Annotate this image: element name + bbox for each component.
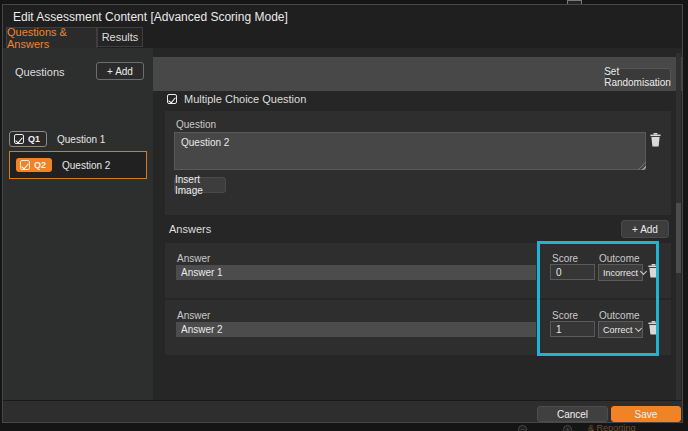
- scrollbar-track[interactable]: [676, 53, 681, 400]
- add-question-button[interactable]: + Add: [96, 62, 144, 80]
- q2-badge-label: Q2: [34, 160, 46, 170]
- edit-assessment-dialog: Edit Assessment Content [Advanced Scorin…: [2, 4, 683, 423]
- question-section: Question Question 2 Insert Image: [165, 111, 671, 215]
- screen: − + & Reporting Edit Assessment Content …: [0, 0, 688, 431]
- answer-1-input[interactable]: [176, 265, 536, 280]
- tab-results[interactable]: Results: [97, 27, 143, 47]
- delete-question-icon[interactable]: [650, 133, 661, 147]
- answer-row-2: Answer Score Outcome Correct: [165, 300, 671, 355]
- answer-2-outcome-select[interactable]: Correct: [598, 321, 643, 338]
- delete-answer-2-icon[interactable]: [648, 321, 659, 335]
- outcome-label: Outcome: [599, 253, 640, 264]
- q2-checkbox-icon[interactable]: [20, 160, 30, 170]
- editor-toolbar: Set Randomisation: [153, 57, 682, 91]
- answer-row-1: Answer Score Outcome Incorrect: [165, 243, 671, 298]
- outcome-label: Outcome: [599, 310, 640, 321]
- answers-heading: Answers: [169, 223, 211, 235]
- cancel-button[interactable]: Cancel: [537, 406, 608, 422]
- chevron-down-icon: [634, 325, 641, 332]
- tab-questions-answers[interactable]: Questions & Answers: [6, 27, 97, 48]
- answer-1-outcome-value: Incorrect: [603, 268, 638, 278]
- answer-2-score-input[interactable]: [550, 321, 595, 337]
- delete-answer-1-icon[interactable]: [648, 264, 659, 278]
- questions-sidebar: Questions + Add Q1 Question 1 Q2 Questio…: [3, 48, 153, 400]
- set-randomisation-button[interactable]: Set Randomisation: [604, 68, 671, 85]
- background-reporting-text: & Reporting: [588, 423, 636, 431]
- add-answer-button[interactable]: + Add: [621, 220, 669, 238]
- questions-heading: Questions: [15, 66, 65, 78]
- question-list-item-q2[interactable]: Q2 Question 2: [9, 151, 147, 179]
- answer-1-score-input[interactable]: [550, 264, 595, 280]
- mcq-label: Multiple Choice Question: [184, 93, 306, 105]
- score-label: Score: [552, 310, 578, 321]
- zoom-out-icon: −: [518, 425, 527, 431]
- q1-checkbox-icon[interactable]: [14, 134, 24, 144]
- question-label: Question: [176, 119, 216, 130]
- answer-label: Answer: [177, 310, 210, 321]
- answer-1-outcome-select[interactable]: Incorrect: [598, 264, 643, 281]
- question-list-item-q1[interactable]: Q1 Question 1: [9, 128, 147, 150]
- insert-image-button[interactable]: Insert Image: [174, 177, 226, 193]
- mcq-checkbox[interactable]: [167, 94, 177, 104]
- q1-badge[interactable]: Q1: [9, 131, 47, 147]
- save-button[interactable]: Save: [611, 406, 681, 422]
- question-textarea[interactable]: Question 2: [174, 132, 646, 170]
- mcq-toggle-row: Multiple Choice Question: [167, 93, 306, 105]
- answer-2-outcome-value: Correct: [603, 325, 633, 335]
- q1-badge-label: Q1: [28, 134, 40, 144]
- scrollbar-thumb[interactable]: [676, 203, 681, 273]
- dialog-title: Edit Assessment Content [Advanced Scorin…: [13, 10, 288, 24]
- zoom-in-icon: +: [563, 425, 572, 431]
- q1-label: Question 1: [57, 134, 105, 145]
- score-label: Score: [552, 253, 578, 264]
- chevron-down-icon: [640, 268, 647, 275]
- answer-2-input[interactable]: [176, 322, 536, 337]
- q2-label: Question 2: [62, 160, 110, 171]
- answer-label: Answer: [177, 253, 210, 264]
- q2-badge[interactable]: Q2: [16, 158, 52, 172]
